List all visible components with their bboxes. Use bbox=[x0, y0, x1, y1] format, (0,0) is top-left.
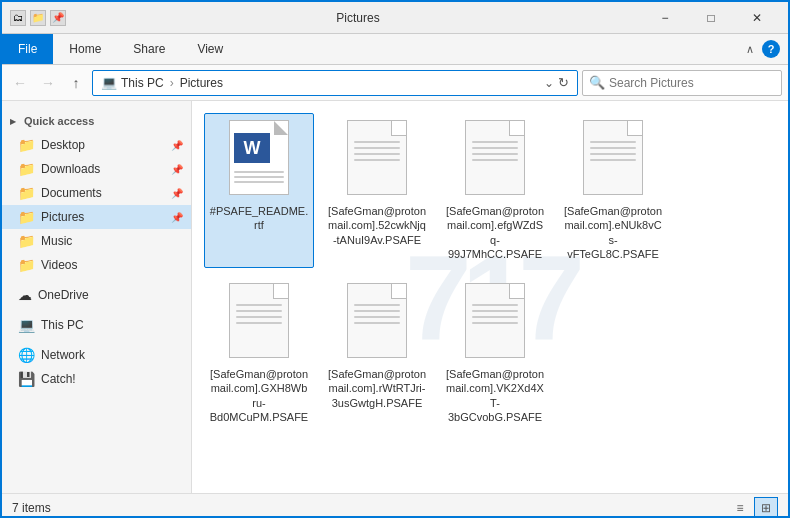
sidebar-item-pictures[interactable]: 📁 Pictures 📌 bbox=[2, 205, 191, 229]
up-button[interactable]: ↑ bbox=[64, 71, 88, 95]
sidebar-pictures-label: Pictures bbox=[41, 210, 84, 224]
documents-pin-icon: 📌 bbox=[171, 188, 183, 199]
sidebar-item-network[interactable]: 🌐 Network bbox=[2, 343, 191, 367]
sidebar-desktop-label: Desktop bbox=[41, 138, 85, 152]
downloads-folder-icon: 📁 bbox=[18, 161, 35, 177]
videos-folder-icon: 📁 bbox=[18, 257, 35, 273]
address-refresh-icon[interactable]: ↻ bbox=[558, 75, 569, 90]
sidebar-documents-label: Documents bbox=[41, 186, 102, 200]
pin-icon: 📌 bbox=[50, 10, 66, 26]
generic-icon-2 bbox=[465, 120, 525, 195]
pictures-pin-icon: 📌 bbox=[171, 212, 183, 223]
minimize-button[interactable]: − bbox=[642, 2, 688, 34]
tab-view[interactable]: View bbox=[181, 34, 239, 64]
content-area: 717 W #PSAFE_README.rtf bbox=[192, 101, 788, 493]
titlebar-controls: − □ ✕ bbox=[642, 2, 780, 34]
file-icon-4 bbox=[224, 283, 294, 363]
sidebar-item-music[interactable]: 📁 Music bbox=[2, 229, 191, 253]
new-folder-icon: 📁 bbox=[30, 10, 46, 26]
main: ▸ Quick access 📁 Desktop 📌 📁 Downloads 📌… bbox=[2, 101, 788, 493]
file-item-6[interactable]: [SafeGman@protonmail.com].VK2Xd4XT-3bGCv… bbox=[440, 276, 550, 431]
address-pc-icon: 💻 bbox=[101, 75, 117, 90]
search-icon: 🔍 bbox=[589, 75, 605, 90]
sidebar: ▸ Quick access 📁 Desktop 📌 📁 Downloads 📌… bbox=[2, 101, 192, 493]
word-doc-icon: W bbox=[229, 120, 289, 195]
music-folder-icon: 📁 bbox=[18, 233, 35, 249]
file-label-2: [SafeGman@protonmail.com].efgWZdSq-99J7M… bbox=[445, 204, 545, 261]
statusbar: 7 items ≡ ⊞ bbox=[2, 493, 788, 518]
address-pictures[interactable]: Pictures bbox=[180, 76, 223, 90]
sidebar-network-label: Network bbox=[41, 348, 85, 362]
address-bar[interactable]: 💻 This PC › Pictures ⌄ ↻ bbox=[92, 70, 578, 96]
file-item-4[interactable]: [SafeGman@protonmail.com].GXH8Wbru-Bd0MC… bbox=[204, 276, 314, 431]
search-input[interactable] bbox=[609, 76, 775, 90]
generic-icon-5 bbox=[347, 283, 407, 358]
sidebar-item-downloads[interactable]: 📁 Downloads 📌 bbox=[2, 157, 191, 181]
file-item-1[interactable]: [SafeGman@protonmail.com].52cwkNjq-tANuI… bbox=[322, 113, 432, 268]
file-label-psafe-readme: #PSAFE_README.rtf bbox=[209, 204, 309, 233]
file-label-1: [SafeGman@protonmail.com].52cwkNjq-tANuI… bbox=[327, 204, 427, 247]
tab-file[interactable]: File bbox=[2, 34, 53, 64]
sidebar-item-catch[interactable]: 💾 Catch! bbox=[2, 367, 191, 391]
files-grid: W #PSAFE_README.rtf bbox=[200, 109, 780, 435]
file-item-psafe-readme[interactable]: W #PSAFE_README.rtf bbox=[204, 113, 314, 268]
sidebar-item-documents[interactable]: 📁 Documents 📌 bbox=[2, 181, 191, 205]
file-label-4: [SafeGman@protonmail.com].GXH8Wbru-Bd0MC… bbox=[209, 367, 309, 424]
maximize-button[interactable]: □ bbox=[688, 2, 734, 34]
file-item-5[interactable]: [SafeGman@protonmail.com].rWtRTJri-3usGw… bbox=[322, 276, 432, 431]
sidebar-catch-label: Catch! bbox=[41, 372, 76, 386]
file-item-2[interactable]: [SafeGman@protonmail.com].efgWZdSq-99J7M… bbox=[440, 113, 550, 268]
sidebar-section-quick-access: ▸ Quick access bbox=[2, 109, 191, 133]
file-icon-1 bbox=[342, 120, 412, 200]
file-label-3: [SafeGman@protonmail.com].eNUk8vCs-vFTeG… bbox=[563, 204, 663, 261]
sidebar-thispc-label: This PC bbox=[41, 318, 84, 332]
sidebar-music-label: Music bbox=[41, 234, 72, 248]
network-icon: 🌐 bbox=[18, 347, 35, 363]
sidebar-downloads-label: Downloads bbox=[41, 162, 100, 176]
sidebar-item-onedrive[interactable]: ☁ OneDrive bbox=[2, 283, 191, 307]
sidebar-item-desktop[interactable]: 📁 Desktop 📌 bbox=[2, 133, 191, 157]
generic-icon-4 bbox=[229, 283, 289, 358]
file-label-5: [SafeGman@protonmail.com].rWtRTJri-3usGw… bbox=[327, 367, 427, 410]
generic-lines-5 bbox=[354, 304, 400, 328]
generic-lines-2 bbox=[472, 141, 518, 165]
list-view-button[interactable]: ≡ bbox=[728, 497, 752, 519]
help-button[interactable]: ? bbox=[762, 40, 780, 58]
grid-view-button[interactable]: ⊞ bbox=[754, 497, 778, 519]
sidebar-item-thispc[interactable]: 💻 This PC bbox=[2, 313, 191, 337]
generic-icon-1 bbox=[347, 120, 407, 195]
path-separator-1: › bbox=[170, 76, 174, 90]
forward-button[interactable]: → bbox=[36, 71, 60, 95]
back-button[interactable]: ← bbox=[8, 71, 32, 95]
sidebar-onedrive-label: OneDrive bbox=[38, 288, 89, 302]
file-icon-3 bbox=[578, 120, 648, 200]
catch-icon: 💾 bbox=[18, 371, 35, 387]
quick-access-icon: 🗂 bbox=[10, 10, 26, 26]
doc-line-3 bbox=[234, 181, 284, 183]
titlebar: 🗂 📁 📌 Pictures − □ ✕ bbox=[2, 2, 788, 34]
file-icon-psafe-readme: W bbox=[224, 120, 294, 200]
file-item-3[interactable]: [SafeGman@protonmail.com].eNUk8vCs-vFTeG… bbox=[558, 113, 668, 268]
search-box[interactable]: 🔍 bbox=[582, 70, 782, 96]
file-icon-2 bbox=[460, 120, 530, 200]
doc-lines bbox=[234, 171, 284, 186]
ribbon: File Home Share View ∧ ? bbox=[2, 34, 788, 65]
generic-lines-6 bbox=[472, 304, 518, 328]
documents-folder-icon: 📁 bbox=[18, 185, 35, 201]
tab-share[interactable]: Share bbox=[117, 34, 181, 64]
desktop-pin-icon: 📌 bbox=[171, 140, 183, 151]
thispc-icon: 💻 bbox=[18, 317, 35, 333]
address-dropdown-icon[interactable]: ⌄ bbox=[544, 76, 554, 90]
generic-lines-3 bbox=[590, 141, 636, 165]
titlebar-title: Pictures bbox=[74, 11, 642, 25]
address-thispc[interactable]: This PC bbox=[121, 76, 164, 90]
item-count: 7 items bbox=[12, 501, 51, 515]
tab-home[interactable]: Home bbox=[53, 34, 117, 64]
generic-lines-1 bbox=[354, 141, 400, 165]
sidebar-item-videos[interactable]: 📁 Videos bbox=[2, 253, 191, 277]
ribbon-expand-button[interactable]: ∧ bbox=[746, 43, 754, 56]
sidebar-quick-access-label: Quick access bbox=[24, 115, 94, 127]
generic-lines-4 bbox=[236, 304, 282, 328]
close-button[interactable]: ✕ bbox=[734, 2, 780, 34]
file-icon-6 bbox=[460, 283, 530, 363]
